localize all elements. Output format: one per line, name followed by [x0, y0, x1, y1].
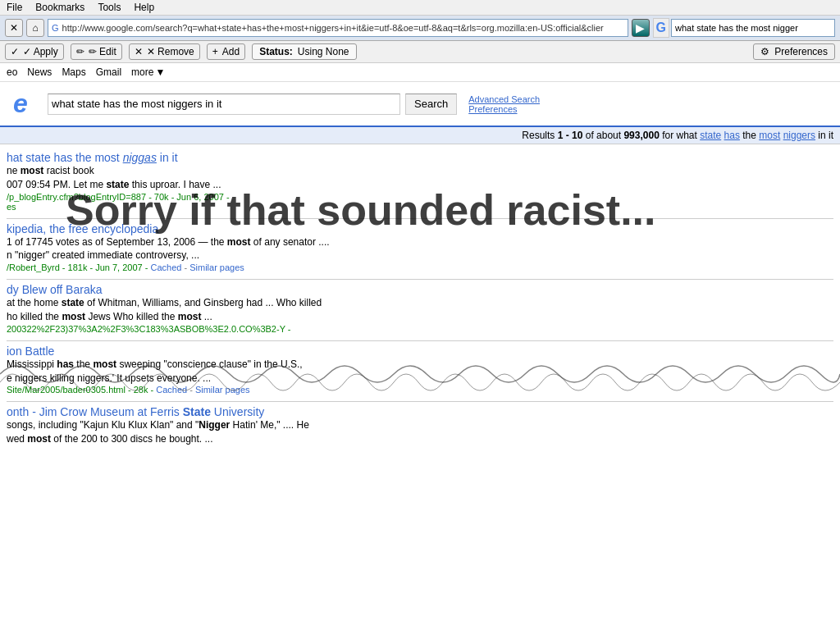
- nav-bar: ✕ ⌂ G http://www.google.com/search?q=wha…: [0, 16, 840, 41]
- status-box: Status: Using None: [252, 43, 356, 60]
- menu-bar: File Bookmarks Tools Help: [0, 0, 840, 16]
- google-nav-web[interactable]: eo: [7, 66, 17, 78]
- add-button[interactable]: + Add: [207, 43, 245, 60]
- result-word-has[interactable]: has: [724, 130, 740, 141]
- result-meta-links: Site/Mar2005/bader0305.html - 28k - Cach…: [7, 385, 833, 395]
- google-g-icon: G: [653, 18, 669, 38]
- remove-icon: ✕: [135, 46, 143, 57]
- result-snippet: 1 of 17745 votes as of September 13, 200…: [7, 235, 833, 263]
- apply-button[interactable]: ✓ ✓ Apply: [5, 43, 64, 60]
- result-word-most[interactable]: most: [759, 130, 780, 141]
- result-meta: /p_blogEntry.cfm?blogEntryID=887 - 70k -…: [7, 192, 833, 202]
- search-links: Advanced Search Preferences: [468, 94, 540, 114]
- google-nav-news[interactable]: News: [27, 66, 52, 78]
- pencil-icon: ✏: [76, 46, 84, 57]
- menu-tools[interactable]: Tools: [98, 2, 121, 13]
- search-area: e Search Advanced Search Preferences: [0, 82, 840, 127]
- search-form: Search Advanced Search Preferences: [41, 94, 540, 115]
- cached-link-4[interactable]: Cached: [156, 385, 187, 395]
- status-label: Status:: [259, 46, 293, 57]
- result-link[interactable]: dy Blew off Baraka: [7, 283, 102, 296]
- menu-help[interactable]: Help: [134, 2, 154, 13]
- google-logo: e: [0, 89, 41, 119]
- results-container: hat state has the most niggas in it ne m…: [0, 144, 840, 546]
- preferences-button[interactable]: ⚙ Preferences: [753, 43, 835, 60]
- advanced-search-link[interactable]: Advanced Search: [468, 94, 540, 104]
- prefs-icon: ⚙: [760, 46, 769, 57]
- google-nav-gmail[interactable]: Gmail: [96, 66, 121, 78]
- similar-link-4[interactable]: Similar pages: [195, 385, 250, 395]
- edit-button[interactable]: ✏ ✏ Edit: [71, 43, 122, 60]
- result-title: dy Blew off Baraka: [7, 283, 833, 296]
- result-title: ion Battle: [7, 345, 833, 358]
- back-button[interactable]: ✕: [5, 19, 23, 37]
- toolbar: ✓ ✓ Apply ✏ ✏ Edit ✕ ✕ Remove + Add Stat…: [0, 41, 840, 63]
- google-nav: eo News Maps Gmail more ▼: [0, 63, 840, 82]
- add-icon: +: [212, 46, 218, 57]
- menu-file[interactable]: File: [7, 2, 22, 13]
- reload-button[interactable]: ⌂: [26, 19, 44, 37]
- status-value: Using None: [298, 46, 349, 57]
- favicon-icon: G: [52, 23, 59, 33]
- result-meta: 200322%2F23)37%3A2%2F3%3C183%3ASBOB%3E2.…: [7, 324, 833, 334]
- url-text: http://www.google.com/search?q=what+stat…: [62, 23, 620, 33]
- more-chevron-icon: ▼: [155, 66, 165, 78]
- result-snippet: songs, including "Kajun Klu Klux Klan" a…: [7, 418, 833, 446]
- result-item: dy Blew off Baraka at the home state of …: [0, 280, 840, 340]
- result-word-niggers[interactable]: niggers: [783, 130, 815, 141]
- go-button[interactable]: ▶: [632, 19, 650, 37]
- result-link[interactable]: hat state has the most niggas in it: [7, 151, 178, 164]
- result-item: hat state has the most niggas in it ne m…: [0, 148, 840, 218]
- nav-search-area: G: [653, 18, 835, 38]
- result-item: ion Battle Mississippi has the most swee…: [0, 341, 840, 402]
- search-button[interactable]: Search: [405, 94, 457, 115]
- result-meta-sub: es: [7, 202, 833, 212]
- search-input[interactable]: [48, 94, 400, 115]
- check-icon: ✓: [11, 46, 19, 57]
- nav-search-input[interactable]: [671, 19, 835, 37]
- result-snippet: ne most racist book 007 09:54 PM. Let me…: [7, 164, 833, 192]
- result-snippet: Mississippi has the most sweeping "consc…: [7, 358, 833, 386]
- remove-button[interactable]: ✕ ✕ Remove: [129, 43, 200, 60]
- result-title: hat state has the most niggas in it: [7, 151, 833, 164]
- result-link[interactable]: ion Battle: [7, 345, 54, 358]
- result-link[interactable]: onth - Jim Crow Museum at Ferris State U…: [7, 405, 264, 418]
- result-title: onth - Jim Crow Museum at Ferris State U…: [7, 405, 833, 418]
- result-meta-links: /Robert_Byrd - 181k - Jun 7, 2007 - Cach…: [7, 262, 833, 272]
- result-link[interactable]: kipedia, the free encyclopedia: [7, 222, 158, 235]
- result-item: kipedia, the free encyclopedia 1 of 1774…: [0, 219, 840, 280]
- similar-link-2[interactable]: Similar pages: [189, 262, 244, 272]
- result-snippet: at the home state of Whitman, Williams, …: [7, 296, 833, 324]
- cached-link-2[interactable]: Cached: [150, 262, 181, 272]
- google-nav-more[interactable]: more ▼: [131, 66, 165, 78]
- result-item: onth - Jim Crow Museum at Ferris State U…: [0, 402, 840, 453]
- result-title: kipedia, the free encyclopedia: [7, 222, 833, 235]
- preferences-link[interactable]: Preferences: [468, 104, 540, 114]
- address-bar[interactable]: G http://www.google.com/search?q=what+st…: [48, 19, 628, 37]
- menu-bookmarks[interactable]: Bookmarks: [35, 2, 84, 13]
- google-nav-maps[interactable]: Maps: [62, 66, 85, 78]
- result-word-state[interactable]: state: [700, 130, 721, 141]
- results-bar: Results 1 - 10 of about 993,000 for what…: [0, 127, 840, 144]
